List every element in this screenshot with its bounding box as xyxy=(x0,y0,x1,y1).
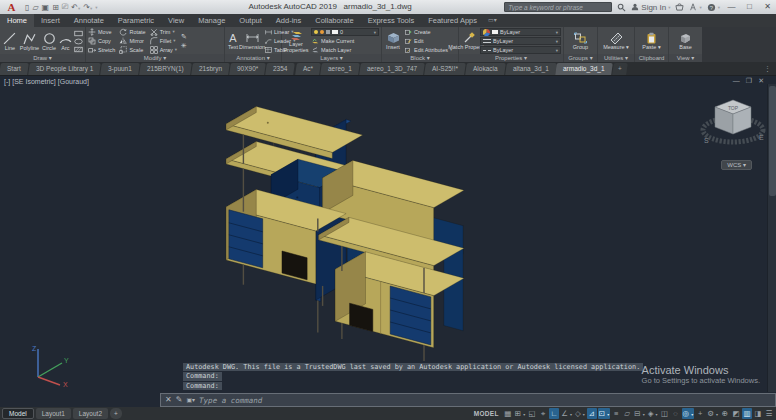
object-color-dropdown[interactable]: ByLayer ▾ xyxy=(480,28,561,36)
group-button[interactable]: Group xyxy=(569,32,593,50)
drawing-restore-icon[interactable]: ❐ xyxy=(746,77,752,85)
command-bar[interactable]: ✕ ✎ ▣▾ xyxy=(160,393,776,407)
panel-draw-label[interactable]: Draw ▾ xyxy=(0,54,85,62)
lineweight-dropdown[interactable]: ByLayer ▾ xyxy=(480,37,561,45)
file-tab-ai-s25-[interactable]: AI-S25!!* xyxy=(424,63,466,75)
open-file-icon[interactable]: ▱ xyxy=(32,3,38,12)
minimize-button[interactable]: — xyxy=(725,1,738,13)
file-tab-ac-[interactable]: Ac* xyxy=(295,63,321,75)
wcs-dropdown[interactable]: WCS ▾ xyxy=(721,160,752,170)
view-control[interactable]: [SE Isometric] xyxy=(12,78,56,85)
status-toggle-grid-display[interactable]: ▦ xyxy=(503,408,513,419)
undo-icon[interactable]: ↶▾ xyxy=(71,3,80,12)
copy-button[interactable]: Copy xyxy=(88,37,115,45)
status-toggle-graphics-performance[interactable]: ▥ xyxy=(742,408,752,419)
status-toggle-ortho-mode[interactable]: ∟ xyxy=(549,408,559,419)
save-as-icon[interactable]: ⊞ xyxy=(52,3,59,12)
ribbon-tab-view[interactable]: View xyxy=(161,14,191,27)
command-recent-icon[interactable]: ▣▾ xyxy=(186,394,195,406)
match-properties-button[interactable]: Match Properties xyxy=(461,32,477,50)
file-tab-start[interactable]: Start xyxy=(0,63,29,75)
scrollbar-thumb[interactable] xyxy=(769,86,776,196)
file-tab-3d-people-library-1[interactable]: 3D People Library 1 xyxy=(28,63,101,75)
sign-in-button[interactable]: Sign In▾ xyxy=(631,3,670,12)
status-toggle-object-snap[interactable]: ⊡ ▾ xyxy=(598,408,610,419)
panel-view-label[interactable]: View ▾ xyxy=(669,54,702,62)
ribbon-minimize-icon[interactable]: ▭▾ xyxy=(488,14,497,27)
status-toggle-isolate-objects[interactable]: ◩ xyxy=(731,408,741,419)
fillet-button[interactable]: Fillet ▾ xyxy=(150,37,177,45)
status-toggle-object-snap-tracking[interactable]: ⊿ xyxy=(587,408,597,419)
create-block-button[interactable]: Create xyxy=(405,28,452,36)
status-toggle-transparency[interactable]: ▱ xyxy=(622,408,632,419)
mirror-button[interactable]: Mirror xyxy=(119,37,145,45)
ribbon-tab-manage[interactable]: Manage xyxy=(191,14,232,27)
panel-annotation-label[interactable]: Annotation ▾ xyxy=(225,54,281,62)
explode-icon[interactable]: ✳ xyxy=(181,42,187,49)
new-layout-button[interactable]: + xyxy=(110,408,122,419)
status-toggle-annotation-visibility[interactable]: ◌ xyxy=(671,408,681,419)
file-tab-overflow-menu[interactable]: ⋮ xyxy=(759,62,776,75)
panel-modify-label[interactable]: Modify ▾ xyxy=(86,54,224,62)
panel-block-label[interactable]: Block ▾ xyxy=(382,54,458,62)
make-current-button[interactable]: Make Current xyxy=(311,37,379,45)
app-store-icon[interactable] xyxy=(675,3,684,11)
status-toggle-workspace-switching[interactable]: ⚙ ▾ xyxy=(706,408,719,419)
file-tab-215bryn-1-[interactable]: 215BRYN(1) xyxy=(139,63,191,75)
edit-block-button[interactable]: Edit xyxy=(405,37,452,45)
panel-groups-label[interactable]: Groups ▾ xyxy=(564,54,597,62)
status-toggle-selection-cycling[interactable]: ⊟ ▾ xyxy=(633,408,645,419)
search-icon[interactable] xyxy=(617,3,626,12)
layer-properties-button[interactable]: Layer Properties xyxy=(284,29,308,53)
status-toggle-customization[interactable]: ☰ xyxy=(764,408,774,419)
status-toggle-clean-screen[interactable]: ◨ xyxy=(753,408,763,419)
polyline-button[interactable]: Polyline xyxy=(20,32,39,51)
linetype-dropdown[interactable]: ByLayer ▾ xyxy=(480,46,561,54)
redo-icon[interactable]: ↷▾ xyxy=(83,3,92,12)
visual-style-control[interactable]: [Gouraud] xyxy=(58,78,89,85)
plot-icon[interactable]: ⎚ xyxy=(62,2,68,12)
drawing-close-icon[interactable]: ✕ xyxy=(758,77,764,85)
ribbon-tab-featured-apps[interactable]: Featured Apps xyxy=(421,14,484,27)
viewport-menu-control[interactable]: [-] xyxy=(4,78,10,85)
status-toggle-infer-constraints[interactable]: ◱ xyxy=(527,408,537,419)
status-toggle-lineweight[interactable]: ≡ xyxy=(611,408,621,419)
erase-icon[interactable]: ✎ xyxy=(181,33,187,40)
drawing-minimize-icon[interactable]: — xyxy=(733,77,740,85)
ribbon-tab-home[interactable]: Home xyxy=(0,14,34,27)
status-toggle-isometric-drafting[interactable]: ◇ ▾ xyxy=(574,408,586,419)
model-space-indicator[interactable]: MODEL xyxy=(474,410,499,417)
paste-button[interactable]: Paste ▾ xyxy=(640,32,664,50)
move-button[interactable]: Move xyxy=(88,28,115,36)
panel-layers-label[interactable]: Layers ▾ xyxy=(282,54,381,62)
measure-button[interactable]: Measure ▾ xyxy=(603,32,629,50)
new-file-icon[interactable]: ▯ xyxy=(25,3,29,12)
autocad-logo-icon[interactable]: A xyxy=(4,1,19,13)
search-input[interactable] xyxy=(504,2,612,12)
save-icon[interactable]: ▣ xyxy=(42,3,50,12)
arc-button[interactable]: Arc xyxy=(59,32,72,51)
insert-block-button[interactable]: Insert xyxy=(384,32,402,50)
drawing-area[interactable]: [-] [SE Isometric] [Gouraud] — ❐ ✕ S E T… xyxy=(0,76,776,407)
circle-button[interactable]: Circle xyxy=(41,32,57,51)
ribbon-tab-add-ins[interactable]: Add-ins xyxy=(269,14,308,27)
panel-utilities-label[interactable]: Utilities ▾ xyxy=(598,54,634,62)
close-button[interactable]: ✕ xyxy=(761,1,774,13)
rectangle-icon[interactable] xyxy=(74,30,83,37)
panel-clipboard-label[interactable]: Clipboard xyxy=(635,54,668,62)
file-tab-21sbryn[interactable]: 21sbryn xyxy=(191,63,230,75)
tab-layout2[interactable]: Layout2 xyxy=(73,408,108,419)
ellipse-icon[interactable] xyxy=(74,38,83,45)
scale-button[interactable]: Scale xyxy=(119,46,145,54)
file-tab-aereo-1-3d-747[interactable]: aereo_1_3D_747 xyxy=(359,63,425,75)
match-layer-button[interactable]: Match Layer xyxy=(311,46,379,54)
file-tab-3-puun1[interactable]: 3-puun1 xyxy=(100,63,140,75)
dimension-button[interactable]: Dimension xyxy=(242,32,262,50)
trim-button[interactable]: Trim ▾ xyxy=(150,28,177,36)
text-button[interactable]: A Text xyxy=(227,32,239,50)
status-toggle-polar-tracking[interactable]: ∠ ▾ xyxy=(560,408,573,419)
vertical-scrollbar[interactable] xyxy=(767,84,776,392)
status-toggle-3d-object-snap[interactable]: ◈ ▾ xyxy=(647,408,659,419)
3d-wardrobe-model[interactable] xyxy=(0,76,776,407)
ribbon-tab-collaborate[interactable]: Collaborate xyxy=(308,14,360,27)
